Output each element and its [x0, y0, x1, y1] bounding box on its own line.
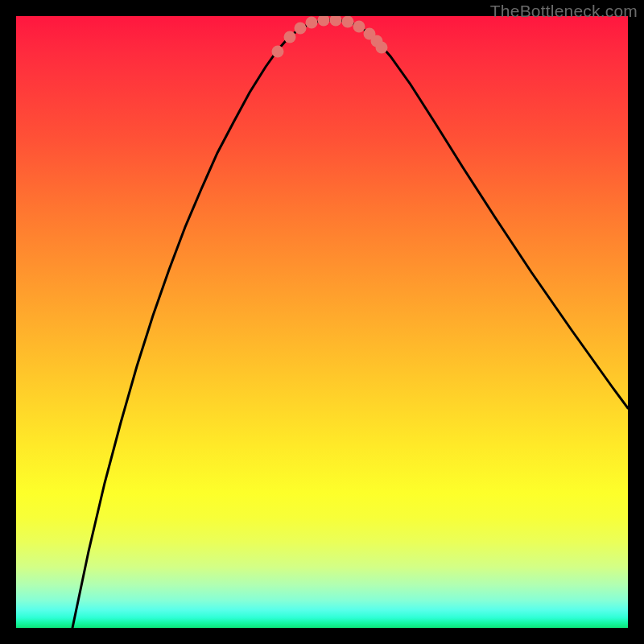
- curve-marker: [376, 42, 388, 54]
- bottleneck-curve: [72, 20, 628, 628]
- chart-frame: TheBottleneck.com: [0, 0, 644, 644]
- curve-marker: [272, 46, 284, 58]
- curve-marker: [342, 16, 354, 28]
- curve-marker: [295, 23, 307, 35]
- curve-marker: [318, 16, 330, 27]
- chart-svg: [16, 16, 628, 628]
- curve-marker: [306, 17, 318, 29]
- plot-area: [16, 16, 628, 628]
- curve-marker: [353, 21, 365, 33]
- curve-markers: [272, 16, 388, 58]
- watermark-text: TheBottleneck.com: [490, 2, 638, 21]
- curve-marker: [284, 31, 296, 43]
- curve-marker: [330, 16, 342, 27]
